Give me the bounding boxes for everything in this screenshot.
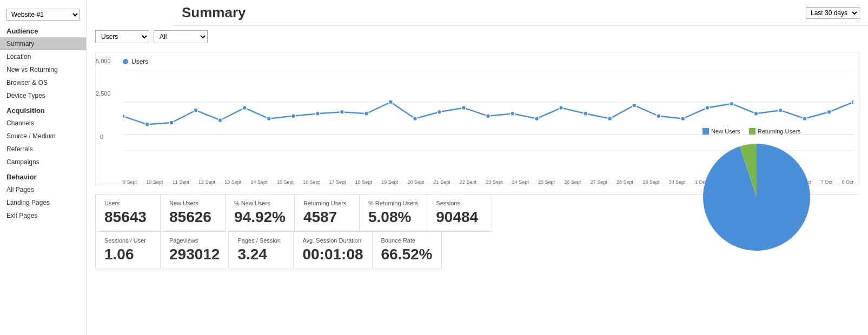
stat-avg-duration-value: 00:01:08 bbox=[302, 246, 363, 263]
x-label: 19 Sept bbox=[381, 179, 398, 185]
svg-point-23 bbox=[584, 111, 588, 116]
x-label: 22 Sept bbox=[460, 179, 476, 185]
y-label-0: 0 bbox=[100, 133, 103, 140]
stat-pages-per-session: Pages / Session3.24 bbox=[229, 232, 294, 269]
filter-row: UsersSessionsPageviews AllSegments bbox=[95, 30, 859, 43]
svg-point-29 bbox=[730, 102, 734, 106]
metric-select[interactable]: UsersSessionsPageviews bbox=[95, 30, 149, 43]
x-label: 15 Sept bbox=[277, 179, 294, 185]
x-label: 20 Sept bbox=[407, 179, 424, 185]
sidebar-item-channels[interactable]: Channels bbox=[0, 117, 86, 130]
date-range-select[interactable]: Last 7 daysLast 30 daysLast 90 days bbox=[806, 7, 859, 19]
svg-point-4 bbox=[123, 114, 125, 118]
chart-legend-label: Users bbox=[131, 58, 148, 65]
svg-point-6 bbox=[169, 120, 174, 125]
svg-point-28 bbox=[705, 106, 710, 110]
stat-new-users-value: 85626 bbox=[169, 209, 216, 226]
x-label: 29 Sept bbox=[642, 179, 659, 185]
svg-point-14 bbox=[364, 111, 368, 116]
x-label: 10 Sept bbox=[146, 179, 163, 185]
pie-legend-returning-users: Returning Users bbox=[749, 128, 800, 135]
svg-point-27 bbox=[681, 116, 685, 120]
stat-pct-returning-users-value: 5.08% bbox=[368, 209, 418, 226]
sidebar-item-device-types[interactable]: Device Types bbox=[0, 89, 86, 102]
stat-bounce-rate-label: Bounce Rate bbox=[381, 237, 433, 244]
sidebar-item-browser-os[interactable]: Browser & OS bbox=[0, 76, 86, 89]
x-label: 26 Sept bbox=[564, 179, 581, 185]
stat-sessions-value: 90484 bbox=[436, 209, 483, 226]
stat-returning-users-label: Returning Users bbox=[303, 200, 350, 206]
svg-point-17 bbox=[438, 110, 442, 114]
x-label: 13 Sept bbox=[224, 179, 241, 185]
svg-point-18 bbox=[462, 106, 466, 110]
stat-sessions-per-user: Sessions / User1.06 bbox=[96, 232, 161, 269]
svg-point-26 bbox=[657, 114, 661, 118]
sidebar-item-exit-pages[interactable]: Exit Pages bbox=[0, 209, 86, 222]
stat-avg-duration-label: Avg. Session Duration bbox=[302, 237, 363, 244]
x-label: 27 Sept bbox=[591, 179, 607, 185]
svg-point-11 bbox=[291, 114, 295, 118]
sidebar-item-all-pages[interactable]: All Pages bbox=[0, 183, 86, 196]
sidebar-item-new-vs-returning[interactable]: New vs Returning bbox=[0, 63, 86, 76]
sidebar-item-landing-pages[interactable]: Landing Pages bbox=[0, 196, 86, 209]
top-bar: Summary Last 7 daysLast 30 daysLast 90 d… bbox=[173, 0, 868, 26]
svg-point-32 bbox=[803, 116, 807, 120]
stat-avg-duration: Avg. Session Duration00:01:08 bbox=[294, 232, 372, 269]
stat-pageviews-label: Pageviews bbox=[169, 237, 220, 244]
sidebar-item-summary[interactable]: Summary bbox=[0, 37, 86, 50]
stat-new-users: New Users85626 bbox=[161, 195, 226, 232]
svg-point-19 bbox=[486, 114, 491, 118]
stat-users: Users85643 bbox=[96, 195, 161, 232]
stat-sessions: Sessions90484 bbox=[427, 195, 492, 232]
svg-point-15 bbox=[388, 100, 393, 104]
pie-legend: New Users Returning Users bbox=[697, 128, 849, 135]
svg-point-5 bbox=[145, 122, 149, 126]
svg-point-34 bbox=[851, 100, 853, 104]
pie-legend-new-users-label: New Users bbox=[711, 128, 740, 135]
svg-point-8 bbox=[218, 118, 222, 123]
behavior-header: Behavior bbox=[0, 169, 86, 183]
svg-point-9 bbox=[242, 106, 247, 110]
y-label-2500: 2,500 bbox=[96, 90, 111, 97]
x-label: 17 Sept bbox=[329, 179, 346, 185]
x-label: 30 Sept bbox=[669, 179, 686, 185]
x-label: 9 Sept bbox=[123, 179, 137, 185]
svg-point-21 bbox=[535, 116, 539, 120]
returning-users-color-box bbox=[749, 128, 756, 135]
x-label: 14 Sept bbox=[251, 179, 268, 185]
svg-point-20 bbox=[511, 111, 515, 116]
svg-point-7 bbox=[194, 108, 198, 112]
pie-legend-new-users: New Users bbox=[703, 128, 740, 135]
main-content: Summary Last 7 daysLast 30 daysLast 90 d… bbox=[87, 0, 868, 335]
svg-point-16 bbox=[413, 116, 417, 120]
new-users-color-box bbox=[703, 128, 709, 135]
stat-users-value: 85643 bbox=[104, 209, 151, 226]
audience-header: Audience bbox=[0, 23, 86, 37]
stat-pct-new-users-value: 94.92% bbox=[234, 209, 286, 226]
stat-sessions-per-user-value: 1.06 bbox=[104, 246, 151, 263]
svg-point-33 bbox=[827, 110, 831, 114]
segment-select[interactable]: AllSegments bbox=[154, 30, 208, 43]
acquisition-header: Acquisition bbox=[0, 102, 86, 117]
stat-sessions-label: Sessions bbox=[436, 200, 483, 206]
stat-pages-per-session-label: Pages / Session bbox=[237, 237, 284, 244]
stat-returning-users-value: 4587 bbox=[303, 209, 350, 226]
stat-users-label: Users bbox=[104, 200, 151, 206]
website-select[interactable]: Website #1Website #2 bbox=[6, 9, 80, 21]
stat-pages-per-session-value: 3.24 bbox=[237, 246, 284, 263]
sidebar-item-referrals[interactable]: Referrals bbox=[0, 143, 86, 156]
stat-pageviews: Pageviews293012 bbox=[161, 232, 229, 269]
stats-pie-wrapper: Users85643New Users85626% New Users94.92… bbox=[95, 194, 859, 269]
stat-bounce-rate: Bounce Rate66.52% bbox=[373, 232, 442, 269]
x-label: 23 Sept bbox=[486, 179, 502, 185]
x-label: 18 Sept bbox=[355, 179, 372, 185]
sidebar-item-campaigns[interactable]: Campaigns bbox=[0, 156, 86, 169]
stat-sessions-per-user-label: Sessions / User bbox=[104, 237, 151, 244]
stat-returning-users: Returning Users4587 bbox=[295, 195, 360, 232]
sidebar-item-source-medium[interactable]: Source / Medium bbox=[0, 130, 86, 143]
stat-pageviews-value: 293012 bbox=[169, 246, 220, 263]
sidebar-item-location[interactable]: Location bbox=[0, 50, 86, 63]
svg-point-12 bbox=[315, 111, 320, 116]
x-label: 12 Sept bbox=[198, 179, 215, 185]
stat-pct-new-users-label: % New Users bbox=[234, 200, 286, 206]
